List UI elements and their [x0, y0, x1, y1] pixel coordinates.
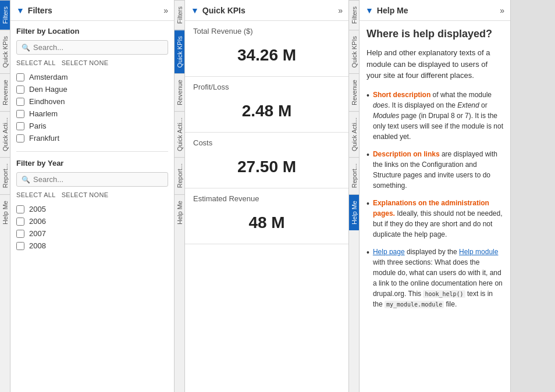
help-body: Where is help displayed? Help and other …: [360, 21, 510, 392]
help-highlight-4b: Help module: [459, 248, 498, 256]
filter-location-select-all[interactable]: SELECT ALL: [16, 59, 56, 66]
checkbox-2005[interactable]: [16, 205, 24, 213]
list-item[interactable]: Haarlem: [16, 108, 168, 120]
checkbox-label-2007: 2007: [29, 229, 46, 238]
filter-icon: ▼: [16, 6, 24, 15]
sidebar-item-quick-kpis-2[interactable]: Quick KPIs: [175, 30, 184, 73]
checkbox-amsterdam[interactable]: [16, 73, 24, 81]
filter-location-search-input[interactable]: [33, 43, 163, 52]
filter-year-select-all[interactable]: SELECT ALL: [16, 191, 56, 198]
help-icon: ▼: [365, 6, 373, 15]
checkbox-label-2008: 2008: [29, 241, 46, 250]
checkbox-label-2005: 2005: [29, 205, 46, 213]
sidebar-item-quick-acti-1[interactable]: Quick Acti...: [0, 111, 10, 157]
help-item-2-text: Description on links are displayed with …: [373, 149, 503, 191]
help-content: ▼ Help Me » Where is help displayed? Hel…: [360, 0, 511, 392]
filter-year-list: 2005 2006 2007 2008: [16, 203, 168, 252]
kpi-body: Total Revenue ($) 34.26 M Profit/Loss 2.…: [185, 21, 348, 392]
sidebar-item-report-2[interactable]: Report...: [175, 157, 184, 194]
sidebar-item-filters-2[interactable]: Filters: [175, 0, 184, 30]
help-highlight-2: Description on links: [373, 150, 440, 158]
filter-year-select-none[interactable]: SELECT NONE: [62, 191, 109, 198]
filter-year-search-input[interactable]: [33, 175, 163, 184]
help-item-3-text: Explanations on the administration pages…: [373, 198, 503, 240]
checkbox-eindhoven[interactable]: [16, 98, 24, 106]
sidebar-item-report-3[interactable]: Report...: [349, 157, 359, 194]
sidebar-item-quick-kpis-1[interactable]: Quick KPIs: [0, 30, 10, 73]
help-item-4-before: displayed by the: [407, 248, 459, 256]
sidebar-item-revenue-1[interactable]: Revenue: [0, 73, 10, 111]
sidebar-item-revenue-3[interactable]: Revenue: [349, 73, 359, 111]
kpi-estimated-revenue-value: 48 M: [193, 208, 340, 238]
list-item[interactable]: 2007: [16, 227, 168, 240]
help-item-4-rest3: file.: [446, 300, 457, 308]
checkbox-paris[interactable]: [16, 122, 24, 130]
sidebar-item-revenue-2[interactable]: Revenue: [175, 73, 184, 111]
help-expand-btn[interactable]: »: [500, 6, 504, 15]
checkbox-haarlem[interactable]: [16, 110, 24, 118]
kpi-total-revenue: Total Revenue ($) 34.26 M: [185, 21, 348, 77]
list-item[interactable]: 2006: [16, 215, 168, 227]
list-item[interactable]: Paris: [16, 120, 168, 132]
list-item[interactable]: Eindhoven: [16, 95, 168, 108]
filter-location-list: Amsterdam Den Hague Eindhoven Haarlem Pa…: [16, 71, 168, 144]
kpi-expand-btn[interactable]: »: [338, 6, 343, 15]
kpi-estimated-revenue-label: Estimated Revenue: [193, 194, 340, 203]
sidebar-item-filters-1[interactable]: Filters: [0, 0, 10, 30]
kpi-costs-label: Costs: [193, 138, 340, 147]
filter-year-title: Filter by Year: [16, 159, 168, 168]
sidebar-item-help-2[interactable]: Help Me: [175, 194, 184, 230]
checkbox-frankfurt[interactable]: [16, 134, 24, 142]
filters-title: ▼ Filters: [16, 6, 52, 15]
help-list-item-3: Explanations on the administration pages…: [367, 198, 503, 240]
checkbox-label-den-hague: Den Hague: [29, 85, 67, 94]
list-item[interactable]: Amsterdam: [16, 71, 168, 83]
help-heading: Where is help displayed?: [367, 28, 503, 40]
filter-year-search-box: 🔍: [16, 172, 168, 187]
filter-location-title: Filter by Location: [16, 27, 168, 35]
filter-divider: [16, 151, 168, 152]
kpi-costs-value: 27.50 M: [193, 152, 340, 182]
list-item[interactable]: 2005: [16, 203, 168, 215]
sidebar-item-help-3[interactable]: Help Me: [349, 194, 359, 230]
checkbox-2007[interactable]: [16, 230, 24, 238]
checkbox-label-eindhoven: Eindhoven: [29, 97, 65, 106]
sidebar-item-filters-3[interactable]: Filters: [349, 0, 359, 30]
help-title-text: Help Me: [377, 6, 408, 15]
list-item[interactable]: 2008: [16, 240, 168, 252]
kpi-header: ▼ Quick KPIs »: [185, 0, 348, 21]
help-item-1-text: Short description of what the module doe…: [373, 90, 503, 142]
help-list-item-4: Help page displayed by the Help module w…: [367, 247, 503, 309]
filters-side-tabs: Filters Quick KPIs Revenue Quick Acti...…: [0, 0, 10, 392]
list-item[interactable]: Frankfurt: [16, 132, 168, 144]
list-item[interactable]: Den Hague: [16, 83, 168, 95]
kpi-profit-loss-label: Profit/Loss: [193, 83, 340, 91]
help-header: ▼ Help Me »: [360, 0, 510, 21]
checkbox-2008[interactable]: [16, 242, 24, 250]
filter-location-search-box: 🔍: [16, 40, 168, 55]
filters-content: ▼ Filters » Filter by Location 🔍 SELECT …: [10, 0, 175, 392]
help-list: • Short description of what the module d…: [367, 90, 503, 309]
filter-location-controls: SELECT ALL SELECT NONE: [16, 59, 168, 66]
help-highlight-1: Short description: [373, 91, 431, 99]
help-title-bar: ▼ Help Me: [365, 6, 408, 15]
help-item-4-text: Help page displayed by the Help module w…: [373, 247, 503, 309]
search-icon-year: 🔍: [22, 176, 30, 184]
filters-panel: Filters Quick KPIs Revenue Quick Acti...…: [0, 0, 175, 392]
filter-location-select-none[interactable]: SELECT NONE: [62, 59, 109, 66]
sidebar-item-quick-acti-3[interactable]: Quick Acti...: [349, 111, 359, 157]
checkbox-2006[interactable]: [16, 218, 24, 226]
kpi-total-revenue-value: 34.26 M: [193, 40, 340, 70]
kpi-profit-loss-value: 2.48 M: [193, 96, 340, 126]
filters-title-text: Filters: [28, 6, 52, 15]
kpi-total-revenue-label: Total Revenue ($): [193, 27, 340, 35]
sidebar-item-report-1[interactable]: Report...: [0, 157, 10, 194]
sidebar-item-quick-kpis-3[interactable]: Quick KPIs: [349, 30, 359, 73]
kpi-title-text: Quick KPIs: [202, 6, 246, 15]
checkbox-den-hague[interactable]: [16, 85, 24, 94]
checkbox-label-amsterdam: Amsterdam: [29, 73, 67, 81]
filters-expand-btn[interactable]: »: [163, 6, 168, 15]
sidebar-item-help-1[interactable]: Help Me: [0, 194, 10, 230]
sidebar-item-quick-acti-2[interactable]: Quick Acti...: [175, 111, 184, 157]
kpi-costs: Costs 27.50 M: [185, 133, 348, 188]
